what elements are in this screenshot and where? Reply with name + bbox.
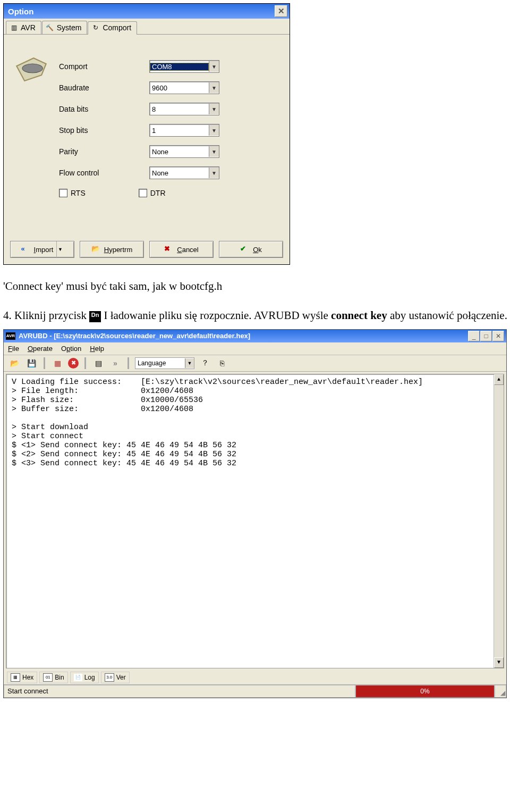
avrubd-titlebar[interactable]: AVR AVRUBD - [E:\szy\track\v2\sources\re… <box>4 330 506 342</box>
close-button[interactable]: ✕ <box>492 331 504 341</box>
rts-checkbox-group: RTS <box>59 189 86 197</box>
dtr-checkbox[interactable] <box>139 189 147 197</box>
option-dialog: Option ✕ ▥ AVR 🔨 System ↻ Comport <box>3 3 290 265</box>
minimize-button[interactable]: _ <box>468 331 480 341</box>
scrollbar[interactable]: ▲▼ <box>494 374 504 668</box>
stopbits-select[interactable]: 1 ▼ <box>149 124 219 137</box>
databits-label: Data bits <box>59 105 149 113</box>
tab-system-label: System <box>57 23 82 32</box>
chevron-down-icon: ▼ <box>185 358 194 368</box>
tab-avr-label: AVR <box>21 23 36 32</box>
hex-icon: ▦ <box>11 673 20 682</box>
list-icon[interactable]: ▤ <box>92 357 105 369</box>
open-icon[interactable]: 📂 <box>8 357 21 369</box>
log-label: Log <box>84 674 95 681</box>
dialog-buttons: « IImportmport ▼ 📂 Hypertrm ✖ Cancel ✔ O… <box>4 235 290 264</box>
paragraph-step-4: 4. Kliknij przycisk Dn I ładowanie pliku… <box>3 308 510 323</box>
console-output: V Loading file success: [E:\szy\track\v2… <box>6 374 504 668</box>
scroll-up-icon[interactable]: ▲ <box>494 374 504 385</box>
chevron-down-icon: ▼ <box>209 82 219 93</box>
comport-label: Comport <box>59 62 149 71</box>
language-select[interactable]: Language ▼ <box>135 357 194 369</box>
row-comport: Comport COM8 ▼ <box>59 56 279 77</box>
dtr-label: DTR <box>150 189 166 197</box>
tab-system[interactable]: 🔨 System <box>42 21 88 34</box>
separator <box>44 357 45 369</box>
tab-comport-label: Comport <box>103 23 131 32</box>
exit-icon[interactable]: ⎘ <box>216 357 228 369</box>
tab-hex[interactable]: ▦Hex <box>7 672 37 683</box>
separator <box>84 357 86 369</box>
paragraph-connect-key: 'Connect key' musi być taki sam, jak w b… <box>3 279 510 294</box>
menu-file[interactable]: File <box>8 345 19 353</box>
dialog-title: Option <box>6 7 275 16</box>
folder-icon: 📂 <box>91 245 101 254</box>
stopbits-value: 1 <box>150 127 209 135</box>
scroll-down-icon[interactable]: ▼ <box>494 657 504 668</box>
ver-label: Ver <box>116 674 126 681</box>
stopbits-label: Stop bits <box>59 126 149 135</box>
maximize-button[interactable]: □ <box>480 331 492 341</box>
help-icon[interactable]: ？ <box>199 357 211 369</box>
resize-grip[interactable]: ◢ <box>495 685 506 698</box>
comport-value: COM8 <box>150 63 209 71</box>
cancel-icon: ✖ <box>164 245 174 254</box>
forward-icon[interactable]: » <box>109 357 122 369</box>
chevron-down-icon: ▼ <box>209 104 219 114</box>
stop-icon[interactable]: ✖ <box>68 358 79 369</box>
flow-select[interactable]: None ▼ <box>149 166 219 179</box>
status-bar: Start connect 0% ◢ <box>4 684 506 698</box>
comport-select[interactable]: COM8 ▼ <box>149 60 219 73</box>
bin-label: Bin <box>55 674 64 681</box>
toolbar: 📂 💾 ▦ ✖ ▤ » Language ▼ ？ ⎘ <box>4 355 506 372</box>
refresh-icon: ↻ <box>91 23 100 32</box>
menu-help[interactable]: Help <box>90 345 104 353</box>
avrubd-title: AVRUBD - [E:\szy\track\v2\sources\reader… <box>19 332 468 340</box>
app-name: AVRUBD <box>19 332 48 340</box>
import-button[interactable]: « IImportmport ▼ <box>10 241 74 258</box>
menu-operate[interactable]: Operate <box>28 345 53 353</box>
chip-icon: ▥ <box>10 23 18 32</box>
avrubd-window: AVR AVRUBD - [E:\szy\track\v2\sources\re… <box>3 329 507 698</box>
serial-connector-icon <box>14 56 48 81</box>
dropdown-arrow-icon[interactable]: ▼ <box>56 241 63 257</box>
tab-ver[interactable]: 3.0Ver <box>101 672 130 683</box>
parity-select[interactable]: None ▼ <box>149 145 219 158</box>
baudrate-label: Baudrate <box>59 83 149 92</box>
bottom-tabs: ▦Hex 01Bin 📄Log 3.0Ver <box>4 671 506 684</box>
chevron-down-icon: ▼ <box>209 168 219 178</box>
svg-point-1 <box>22 64 42 73</box>
title-path: - [E:\szy\track\v2\sources\reader_new_av… <box>48 332 251 340</box>
hypertrm-button[interactable]: 📂 Hypertrm <box>80 241 144 258</box>
tab-log[interactable]: 📄Log <box>70 672 99 683</box>
parity-value: None <box>150 148 209 156</box>
save-icon[interactable]: 💾 <box>25 357 38 369</box>
progress-bar: 0% <box>355 685 495 698</box>
hex-label: Hex <box>22 674 33 681</box>
rts-checkbox[interactable] <box>59 189 67 197</box>
tab-comport[interactable]: ↻ Comport <box>88 21 137 35</box>
app-icon: AVR <box>6 332 15 340</box>
step4-bold: connect key <box>331 309 387 322</box>
separator <box>128 357 129 369</box>
menubar: File Operate Option Help <box>4 342 506 355</box>
hammer-icon: 🔨 <box>46 23 54 32</box>
download-icon: Dn <box>89 311 101 322</box>
option-titlebar[interactable]: Option ✕ <box>4 4 290 19</box>
cancel-button[interactable]: ✖ Cancel <box>149 241 214 258</box>
chevron-down-icon: ▼ <box>209 125 219 136</box>
language-label: Language <box>135 359 185 367</box>
ok-button[interactable]: ✔ Ok <box>219 241 283 258</box>
menu-option[interactable]: Option <box>61 345 81 353</box>
tab-bin[interactable]: 01Bin <box>39 672 67 683</box>
chevron-down-icon: ▼ <box>209 146 219 157</box>
check-icon: ✔ <box>240 245 250 254</box>
log-icon: 📄 <box>74 674 82 681</box>
download-chip-icon[interactable]: ▦ <box>51 357 64 369</box>
baudrate-select[interactable]: 9600 ▼ <box>149 81 219 94</box>
close-button[interactable]: ✕ <box>275 5 287 17</box>
step4-mid: I ładowanie pliku się rozpocznie. AVRUBD… <box>104 309 331 322</box>
tab-avr[interactable]: ▥ AVR <box>6 21 41 34</box>
step4-prefix: 4. Kliknij przycisk <box>3 309 89 322</box>
databits-select[interactable]: 8 ▼ <box>149 103 219 115</box>
